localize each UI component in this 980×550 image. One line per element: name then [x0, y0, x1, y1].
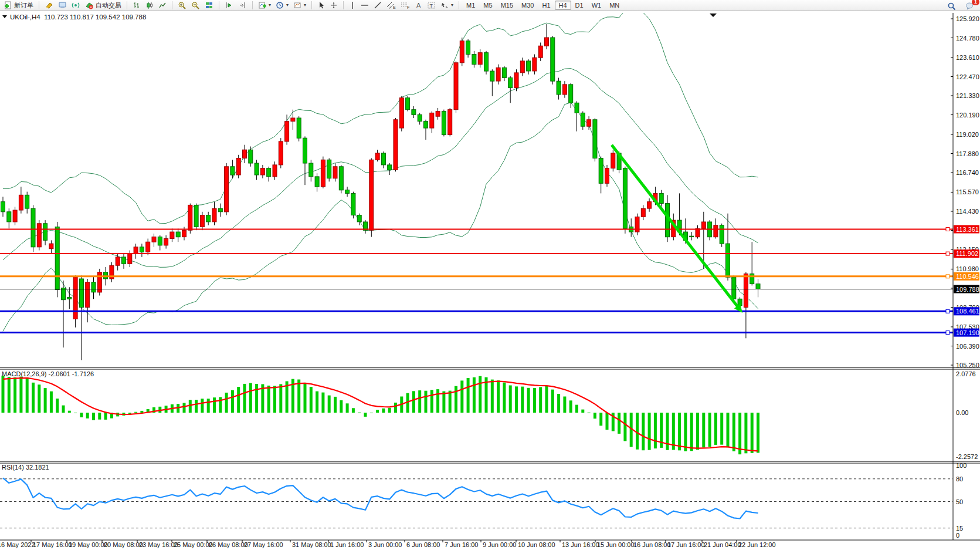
- timeframe-m30[interactable]: M30: [517, 1, 538, 10]
- price-badge-110.546: 110.546: [954, 272, 979, 281]
- timeframe-m1[interactable]: M1: [462, 1, 479, 10]
- fibonacci-button[interactable]: F: [398, 0, 412, 11]
- chart-title: UKOil-,H4 110.723 110.817 109.542 109.78…: [10, 14, 146, 21]
- svg-text:0: 0: [956, 532, 959, 539]
- svg-text:9 Jun 00:00: 9 Jun 00:00: [483, 541, 517, 548]
- indicators-button[interactable]: ▾: [256, 0, 273, 11]
- svg-text:100: 100: [956, 462, 967, 469]
- svg-text:E: E: [393, 5, 396, 9]
- tile-windows-button[interactable]: [202, 0, 216, 11]
- auto-scroll-icon: [225, 1, 233, 9]
- svg-text:122.470: 122.470: [956, 73, 979, 80]
- bar-chart-icon: [133, 1, 141, 9]
- svg-text:-2.2572: -2.2572: [956, 453, 978, 460]
- chart-area[interactable]: UKOil-,H4 110.723 110.817 109.542 109.78…: [0, 0, 980, 550]
- zoom-out-icon: [191, 1, 200, 9]
- equidistant-channel-icon: E: [386, 1, 396, 9]
- terminal-icon: [58, 1, 67, 9]
- svg-text:117.880: 117.880: [956, 150, 979, 157]
- text-icon: A: [415, 1, 422, 9]
- chart-shift-icon: [238, 1, 247, 9]
- separator: [172, 1, 172, 9]
- svg-text:27 May 16:00: 27 May 16:00: [244, 541, 283, 548]
- svg-text:17 May 16:00: 17 May 16:00: [33, 541, 72, 548]
- zoom-in-button[interactable]: [175, 0, 189, 11]
- svg-text:15 Jun 00:00: 15 Jun 00:00: [597, 541, 635, 548]
- bar-chart-button[interactable]: [130, 0, 143, 11]
- marker-button[interactable]: [42, 0, 56, 11]
- timeframe-w1[interactable]: W1: [588, 1, 606, 10]
- candle-chart-icon: [145, 1, 154, 9]
- svg-text:F: F: [407, 5, 409, 9]
- templates-button[interactable]: ▾: [291, 0, 308, 11]
- signals-button[interactable]: [69, 0, 83, 11]
- svg-text:23 May 16:00: 23 May 16:00: [139, 541, 178, 548]
- svg-text:115.570: 115.570: [956, 188, 979, 195]
- indicators-icon: [258, 1, 267, 9]
- arrows-icon: [440, 1, 449, 9]
- macd-label: MACD(12,26,9) -2.0601 -1.7126: [2, 370, 94, 377]
- arrows-caret: ▾: [451, 3, 453, 8]
- svg-text:7 Jun 16:00: 7 Jun 16:00: [445, 541, 479, 548]
- autotrade-button[interactable]: 自动交易: [83, 0, 124, 11]
- separator: [39, 1, 39, 9]
- auto-scroll-button[interactable]: [222, 0, 236, 11]
- zoom-out-button[interactable]: [189, 0, 202, 11]
- price-badge-108.461: 108.461: [954, 307, 979, 315]
- marker-icon: [45, 1, 53, 9]
- svg-text:123.610: 123.610: [956, 54, 979, 61]
- crosshair-button[interactable]: [327, 0, 340, 11]
- text-label-button[interactable]: T: [425, 0, 438, 11]
- separator: [252, 1, 253, 9]
- arrows-button[interactable]: ▾: [438, 0, 456, 11]
- text-button[interactable]: A: [412, 0, 425, 11]
- horizontal-line-button[interactable]: [358, 0, 371, 11]
- line-chart-button[interactable]: [156, 0, 169, 11]
- timeframe-mn[interactable]: MN: [605, 1, 623, 10]
- fibonacci-icon: F: [401, 1, 410, 9]
- svg-text:105.250: 105.250: [956, 362, 979, 369]
- timeframe-m5[interactable]: M5: [479, 1, 496, 10]
- chat-button[interactable]: 1: [963, 1, 976, 11]
- svg-text:15: 15: [956, 525, 963, 532]
- svg-text:110.980: 110.980: [956, 265, 979, 272]
- price-badge-111.902: 111.902: [954, 249, 979, 258]
- timeframe-h4[interactable]: H4: [555, 1, 571, 10]
- svg-text:121.330: 121.330: [956, 92, 979, 99]
- price-badge-113.361: 113.361: [954, 225, 979, 234]
- periods-caret: ▾: [286, 3, 289, 8]
- svg-text:106.390: 106.390: [956, 343, 979, 350]
- svg-text:125.920: 125.920: [956, 15, 979, 22]
- timeframe-group: M1M5M15M30H1H4D1W1MN: [460, 0, 625, 11]
- trend-line-button[interactable]: [371, 0, 384, 11]
- chart-shift-button[interactable]: [236, 0, 249, 11]
- new-order-button[interactable]: 新订单: [2, 0, 36, 11]
- periods-button[interactable]: ▾: [273, 0, 291, 11]
- search-icon: [947, 2, 956, 11]
- trend-line-icon: [374, 1, 382, 9]
- timeframe-m15[interactable]: M15: [497, 1, 517, 10]
- svg-text:120.190: 120.190: [956, 112, 979, 119]
- current-price-badge: 109.788: [954, 285, 979, 293]
- candle-chart-button[interactable]: [143, 0, 156, 11]
- separator: [311, 1, 312, 9]
- terminal-button[interactable]: [56, 0, 69, 11]
- autotrade-icon: [85, 1, 94, 9]
- cursor-button[interactable]: [315, 0, 327, 11]
- svg-text:10 Jun 08:00: 10 Jun 08:00: [518, 541, 555, 548]
- svg-text:2.0776: 2.0776: [956, 370, 976, 377]
- templates-caret: ▾: [304, 3, 306, 8]
- timeframe-d1[interactable]: D1: [571, 1, 588, 10]
- rsi-label: RSI(14) 32.1821: [2, 464, 49, 471]
- tile-windows-icon: [205, 1, 213, 9]
- svg-text:113.361: 113.361: [956, 226, 979, 233]
- search-button[interactable]: [945, 1, 958, 11]
- svg-text:107.190: 107.190: [956, 329, 979, 336]
- line-chart-icon: [158, 1, 167, 9]
- equidistant-channel-button[interactable]: E: [384, 0, 398, 11]
- vertical-line-button[interactable]: [347, 0, 358, 11]
- timeframe-h1[interactable]: H1: [538, 1, 554, 10]
- svg-text:16 Jun 08:00: 16 Jun 08:00: [633, 541, 671, 548]
- svg-text:6 Jun 08:00: 6 Jun 08:00: [406, 541, 440, 548]
- separator: [343, 1, 344, 9]
